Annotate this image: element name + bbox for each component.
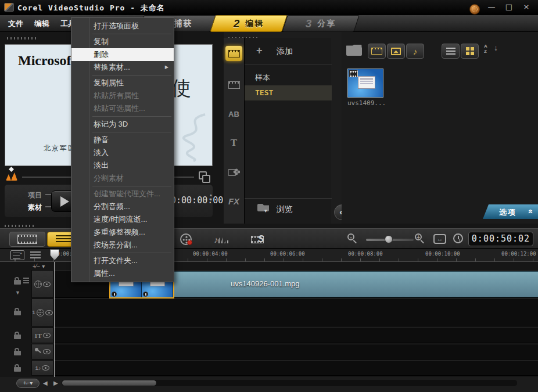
storyboard-view-button[interactable]: [9, 232, 45, 247]
panel-drag-handle[interactable]: [7, 37, 37, 39]
enlarge-preview-icon[interactable]: [199, 171, 207, 179]
menu-item[interactable]: 多重修整视频...: [71, 226, 174, 239]
horizontal-scrollbar[interactable]: [62, 380, 517, 386]
sound-mixer-button[interactable]: ♪: [213, 232, 230, 246]
voice-track-header[interactable]: [31, 344, 53, 359]
add-track-button[interactable]: +⌐▾: [16, 379, 40, 388]
menu-item[interactable]: 替换素材...▶: [71, 61, 174, 74]
menu-edit[interactable]: 编辑: [34, 19, 49, 29]
overlay-track-header[interactable]: 1: [31, 299, 53, 326]
eye-icon[interactable]: [43, 282, 51, 287]
record-capture-button[interactable]: [177, 232, 195, 246]
menu-item[interactable]: 删除: [71, 48, 174, 61]
audio-filter-button[interactable]: ♪: [406, 44, 424, 59]
duration-clock-button[interactable]: [453, 233, 463, 243]
title-track-lane[interactable]: [54, 328, 538, 343]
timeline-drag-handle[interactable]: [5, 225, 35, 227]
clip-mode-label[interactable]: 素材: [28, 203, 42, 213]
library-folder-样本[interactable]: 样本: [245, 70, 332, 85]
menu-item[interactable]: 复制属性: [71, 77, 174, 89]
photo-filter-button[interactable]: [387, 44, 405, 59]
trim-notch-icon[interactable]: [143, 292, 148, 297]
list-view-button[interactable]: [442, 44, 460, 59]
menu-item[interactable]: 打开选项面板: [71, 20, 174, 33]
scrollbar-thumb[interactable]: [62, 380, 156, 386]
maximize-button[interactable]: □: [501, 2, 517, 12]
auto-music-button[interactable]: S: [249, 232, 266, 246]
track-manager-icon[interactable]: [10, 250, 24, 260]
spin-down-icon[interactable]: ▼: [209, 197, 213, 202]
zoom-slider-thumb[interactable]: [385, 235, 393, 243]
overlay-track-lane[interactable]: [54, 299, 538, 326]
preview-timecode[interactable]: 0:00:00:00: [171, 195, 223, 206]
minimize-button[interactable]: —: [484, 2, 499, 12]
video-track-header[interactable]: [31, 270, 53, 298]
trim-marker-icon[interactable]: [6, 167, 19, 183]
graphic-icon[interactable]: [225, 164, 242, 179]
library-folder-TEST[interactable]: TEST: [245, 85, 332, 100]
music-track-lane[interactable]: [54, 360, 538, 376]
title-icon[interactable]: T: [225, 135, 242, 150]
scroll-left-button[interactable]: ◀: [43, 380, 48, 386]
menu-item[interactable]: 静音: [71, 134, 174, 146]
spin-up-icon[interactable]: ▲: [209, 193, 213, 197]
title-track-header[interactable]: 1T: [31, 328, 53, 343]
trim-notch-icon[interactable]: [112, 292, 117, 297]
timeline-timecode[interactable]: 0:00:50:02: [468, 232, 533, 246]
menu-item[interactable]: 淡入: [71, 146, 174, 159]
ab-overlay-icon[interactable]: AB: [225, 106, 242, 121]
add-folder-button[interactable]: + 添加: [245, 38, 332, 64]
tab-edit[interactable]: 2 编辑: [213, 15, 285, 32]
title-bar[interactable]: Corel VideoStudio Pro - 未命名 — □ ×: [0, 0, 538, 15]
zoom-out-button[interactable]: -: [347, 233, 359, 245]
browse-button[interactable]: ▾ 浏览: [245, 198, 332, 219]
chevron-down-icon[interactable]: ▼: [15, 290, 20, 296]
menu-item[interactable]: 按场景分割...: [71, 239, 174, 251]
zoom-in-button[interactable]: +: [415, 233, 426, 245]
record-dot-icon: [187, 240, 192, 245]
menu-item[interactable]: 复制: [71, 35, 174, 48]
title-track-lock-icon[interactable]: [14, 332, 21, 339]
options-button[interactable]: 选项 «: [483, 204, 538, 219]
scroll-right-button[interactable]: ▶: [53, 380, 58, 386]
eye-icon[interactable]: [43, 349, 51, 354]
sort-arrow-icon: ↓: [494, 45, 498, 51]
all-tracks-icon[interactable]: [23, 278, 29, 285]
menu-separator: [92, 186, 171, 186]
grid-view-button[interactable]: [461, 44, 479, 59]
jog-flag-icon[interactable]: [9, 167, 14, 172]
media-thumbnail[interactable]: [347, 69, 383, 98]
music-track-lock-icon[interactable]: [14, 364, 21, 372]
video-filter-button[interactable]: [368, 44, 386, 59]
sort-button[interactable]: A Z ↓: [484, 44, 499, 57]
music-track-header[interactable]: 1♪: [31, 360, 53, 376]
close-button[interactable]: ×: [519, 2, 534, 12]
menu-item[interactable]: 属性...: [71, 267, 174, 280]
overlay-track-lock-icon[interactable]: [14, 308, 21, 315]
menu-item[interactable]: 分割音频...: [71, 200, 174, 213]
menu-item[interactable]: 速度/时间流逝...: [71, 213, 174, 226]
eye-icon[interactable]: [42, 365, 49, 371]
voice-track-lane[interactable]: [54, 344, 538, 359]
folder-icon[interactable]: [346, 45, 362, 56]
tab-share[interactable]: 3 分享: [285, 15, 357, 32]
playhead-marker[interactable]: [50, 249, 59, 260]
menu-item[interactable]: 打开文件夹...: [71, 254, 174, 267]
timecode-spinner[interactable]: ▲ ▼: [207, 193, 214, 202]
menu-item[interactable]: 标记为 3D: [71, 118, 174, 131]
track-add-remove-control[interactable]: +⁄− ▾: [33, 263, 45, 269]
transition-icon[interactable]: [225, 77, 242, 92]
track-list-icon[interactable]: [30, 251, 41, 259]
menu-file[interactable]: 文件: [8, 19, 23, 29]
eye-icon[interactable]: [45, 310, 53, 315]
menu-item[interactable]: 淡出: [71, 159, 174, 172]
video-track-lock-icon[interactable]: [14, 277, 21, 285]
fx-icon[interactable]: FX: [225, 193, 242, 208]
eye-icon[interactable]: [43, 333, 51, 338]
fit-project-button[interactable]: ↔: [433, 234, 446, 244]
trim-handles-icon[interactable]: [6, 172, 17, 181]
voice-track-lock-icon[interactable]: [14, 348, 21, 355]
help-badge-icon[interactable]: [469, 4, 480, 15]
media-icon[interactable]: [225, 46, 242, 61]
project-mode-label[interactable]: 项目: [28, 190, 42, 200]
